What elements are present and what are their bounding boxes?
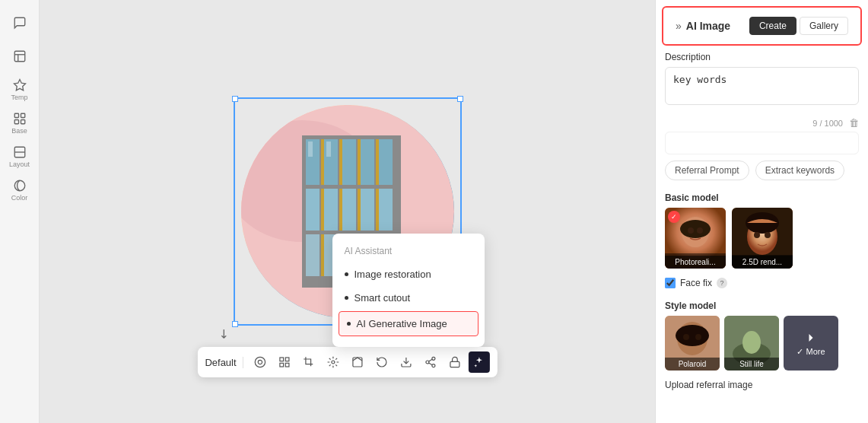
model-check-icon: ✓ <box>668 211 680 223</box>
svg-rect-5 <box>21 113 24 117</box>
style-thumb-label-still-life: Still life <box>724 358 779 371</box>
sidebar-layout-label: Layout <box>9 161 30 168</box>
svg-rect-33 <box>306 234 320 276</box>
dropdown-item-ai-generative[interactable]: AI Generative Image <box>339 311 479 336</box>
svg-rect-19 <box>342 139 356 185</box>
svg-rect-49 <box>285 363 289 367</box>
style-thumb-more[interactable]: ✓ More <box>784 316 838 371</box>
svg-point-10 <box>14 180 25 191</box>
referral-prompt-btn[interactable]: Referral Prompt <box>665 161 749 180</box>
face-fix-row: Face fix ? <box>656 275 868 294</box>
svg-point-44 <box>255 357 265 367</box>
sidebar-layout-icon[interactable] <box>6 43 33 70</box>
svg-rect-16 <box>321 139 324 185</box>
side-icon-bar: Temp Base Layout Color <box>0 0 40 423</box>
sidebar-base-label: Base <box>11 127 27 135</box>
svg-rect-29 <box>358 189 361 231</box>
sidebar-temp-icon[interactable]: Temp <box>6 76 33 103</box>
tab-gallery[interactable]: Gallery <box>800 17 848 35</box>
svg-rect-43 <box>326 142 331 157</box>
model-grid: ✓ Photoreali... <box>656 208 868 275</box>
panel-title: AI Image <box>686 20 730 32</box>
model-thumb-photorealistic[interactable]: ✓ Photoreali... <box>665 208 726 269</box>
svg-rect-51 <box>353 358 362 367</box>
description-input[interactable]: key words <box>665 67 859 105</box>
dropdown-item-smart-cutout[interactable]: Smart cutout <box>332 286 485 310</box>
right-panel: » AI Image Create Gallery Description ke… <box>655 0 868 423</box>
svg-rect-48 <box>280 363 284 367</box>
canvas-area: ↙ Default <box>40 0 655 423</box>
upload-section: Upload referral image <box>656 377 868 396</box>
svg-rect-47 <box>285 358 289 361</box>
svg-point-53 <box>432 357 435 360</box>
svg-point-54 <box>426 361 429 364</box>
prompt-buttons: Referral Prompt Extract keywords <box>656 154 868 186</box>
handle-tl[interactable] <box>232 96 238 102</box>
handle-bl[interactable] <box>232 321 238 327</box>
dropdown-item-label-3: AI Generative Image <box>357 318 447 329</box>
sidebar-color-label: Color <box>11 194 28 202</box>
sidebar-chat-icon[interactable] <box>6 9 33 37</box>
sidebar-base-icon[interactable]: Base <box>6 110 33 137</box>
svg-point-75 <box>695 334 701 340</box>
svg-rect-25 <box>321 189 324 231</box>
handle-tr[interactable] <box>457 96 463 102</box>
style-grid: Polaroid Still life ✓ More <box>656 316 868 377</box>
dot-icon <box>345 272 348 276</box>
grid-tool-btn[interactable] <box>274 351 295 373</box>
svg-rect-28 <box>342 189 356 231</box>
svg-line-56 <box>428 363 432 365</box>
model-thumb-2point5d[interactable]: 2.5D rend... <box>732 208 793 269</box>
trash-icon[interactable]: 🗑 <box>849 117 859 129</box>
svg-marker-3 <box>14 80 25 91</box>
face-fix-info-icon[interactable]: ? <box>717 278 727 288</box>
face-fix-checkbox[interactable] <box>665 278 676 288</box>
download-btn[interactable] <box>396 351 417 373</box>
svg-rect-23 <box>379 139 393 185</box>
svg-rect-22 <box>376 139 379 185</box>
rotate-btn[interactable] <box>371 351 393 373</box>
face-fix-label: Face fix <box>680 278 712 288</box>
empty-textarea-area <box>665 132 859 154</box>
svg-rect-42 <box>308 142 313 157</box>
basic-model-label: Basic model <box>656 186 868 208</box>
dropdown-item-label: Image restoration <box>355 269 431 280</box>
lock-btn[interactable] <box>444 351 466 373</box>
svg-rect-30 <box>361 189 374 231</box>
image-edit-btn[interactable] <box>347 351 368 373</box>
svg-line-57 <box>428 359 432 361</box>
style-thumb-still-life[interactable]: Still life <box>724 316 779 371</box>
style-more-label: ✓ More <box>793 347 828 357</box>
style-model-label: Style model <box>656 294 868 316</box>
panel-icon: » <box>676 20 682 32</box>
svg-point-45 <box>258 360 262 364</box>
svg-rect-24 <box>306 189 320 231</box>
svg-point-63 <box>697 227 703 234</box>
char-count: 9 / 1000 <box>812 119 843 128</box>
svg-rect-4 <box>14 113 18 117</box>
extract-keywords-btn[interactable]: Extract keywords <box>755 161 844 180</box>
tab-create[interactable]: Create <box>749 17 796 35</box>
svg-point-68 <box>754 232 760 238</box>
crop-tool-btn[interactable] <box>298 351 320 373</box>
canvas-content: ↙ Default <box>40 0 655 423</box>
ai-sparkle-btn[interactable] <box>469 351 490 373</box>
share-btn[interactable] <box>420 351 441 373</box>
panel-header: » AI Image Create Gallery <box>662 6 862 46</box>
sidebar-layout-btn[interactable]: Layout <box>6 143 33 170</box>
svg-point-74 <box>683 334 689 340</box>
toolbar: Default <box>197 347 497 377</box>
sidebar-color-icon[interactable]: Color <box>6 177 33 204</box>
svg-point-62 <box>688 227 694 234</box>
svg-rect-34 <box>321 234 324 276</box>
svg-point-73 <box>676 325 709 346</box>
style-tool-btn[interactable] <box>250 351 271 373</box>
resize-arrow: ↙ <box>215 325 232 342</box>
settings-tool-btn[interactable] <box>323 351 344 373</box>
upload-label: Upload referral image <box>665 380 752 390</box>
style-thumb-polaroid[interactable]: Polaroid <box>665 316 720 371</box>
dropdown-item-image-restoration[interactable]: Image restoration <box>332 262 485 286</box>
dropdown-header: AI Assistant <box>332 243 485 262</box>
description-section: Description key words <box>656 52 868 114</box>
svg-point-78 <box>742 331 761 354</box>
